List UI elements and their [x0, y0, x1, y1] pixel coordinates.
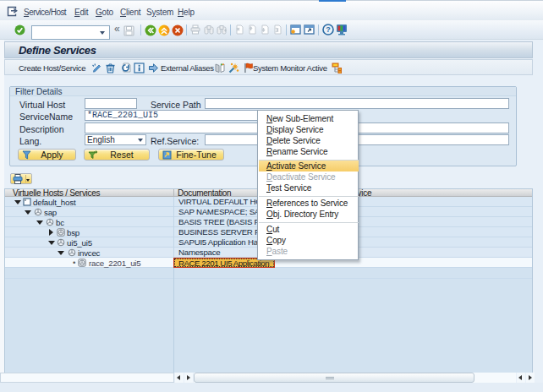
svg-text:?: ? [326, 25, 331, 34]
